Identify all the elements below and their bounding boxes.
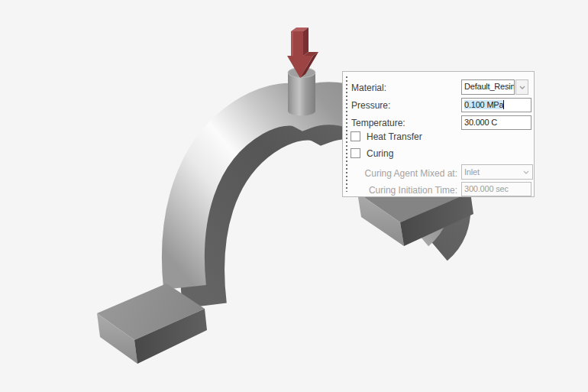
curing-label: Curing (367, 148, 393, 159)
panel-drag-grip[interactable] (346, 76, 347, 192)
material-value-field[interactable]: Default_Resin (461, 79, 515, 95)
material-label: Material: (351, 83, 386, 93)
curing-agent-dropdown: Inlet (461, 164, 533, 180)
heat-transfer-checkbox[interactable] (351, 131, 360, 141)
pressure-input[interactable]: 0.100 MPa (461, 98, 531, 112)
injection-conditions-panel: Material: Default_Resin Pressure: 0.100 … (342, 71, 535, 197)
text-caret (503, 100, 504, 109)
curing-agent-label: Curing Agent Mixed at: (351, 168, 457, 179)
curing-time-input: 300.000 sec (461, 182, 531, 196)
chevron-down-icon (523, 170, 529, 174)
curing-agent-value: Inlet (464, 167, 480, 177)
curing-time-label: Curing Initiation Time: (351, 185, 457, 196)
material-dropdown-button[interactable] (515, 79, 528, 95)
temperature-label: Temperature: (351, 118, 405, 128)
pressure-selected-text: 0.100 MPa (464, 100, 503, 109)
chevron-down-icon (519, 86, 525, 89)
pressure-label: Pressure: (351, 100, 390, 111)
curing-checkbox[interactable] (351, 148, 360, 158)
temperature-input[interactable]: 30.000 C (461, 115, 531, 130)
heat-transfer-label: Heat Transfer (367, 131, 422, 142)
